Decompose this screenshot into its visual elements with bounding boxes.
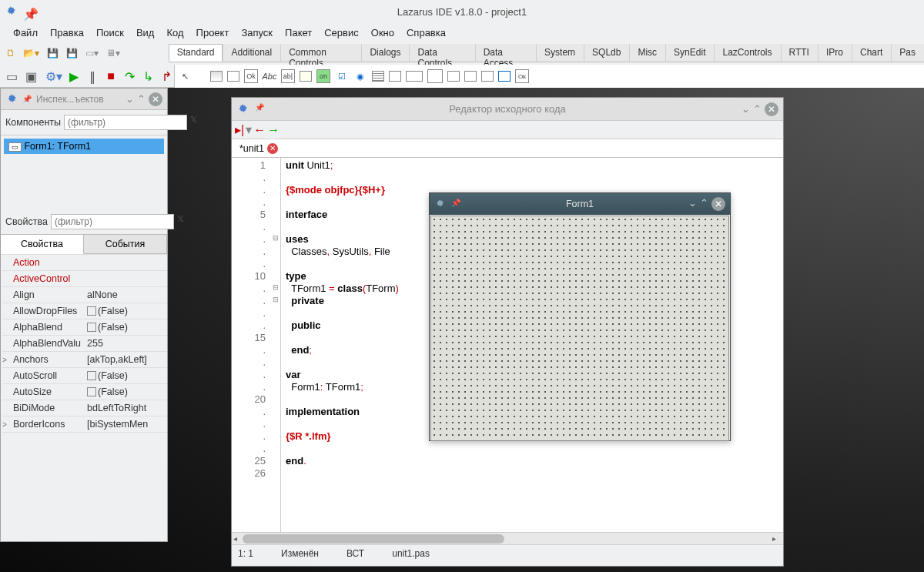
palette-tab-lazcontrols[interactable]: LazControls: [714, 44, 780, 62]
jump-button[interactable]: ▸|: [235, 122, 244, 137]
property-row[interactable]: AutoScroll(False): [2, 368, 167, 384]
tgroupbox[interactable]: [427, 69, 443, 83]
gear-button[interactable]: ⚙▾: [42, 68, 63, 85]
editor-tab-unit1[interactable]: *unit1 ✕: [235, 141, 283, 156]
menu-Окно[interactable]: Окно: [366, 25, 400, 40]
fold-column[interactable]: ⊟⊟⊟: [270, 158, 281, 532]
collapse-button[interactable]: ⌄: [688, 197, 697, 211]
property-row[interactable]: BiDiModebdLeftToRight: [2, 400, 167, 416]
menu-Проект[interactable]: Проект: [191, 25, 235, 40]
new-form-button[interactable]: ▭▾: [82, 46, 102, 60]
run-button[interactable]: ▶: [66, 68, 82, 85]
property-row[interactable]: Action: [2, 255, 167, 271]
form-designer-window[interactable]: 📌 Form1 ⌄ ⌃ ✕: [429, 192, 731, 441]
palette-tab-dialogs[interactable]: Dialogs: [361, 44, 409, 62]
tradiogroup[interactable]: [447, 71, 460, 82]
filter-clear-button[interactable]: 𝕏: [190, 115, 197, 130]
property-row[interactable]: AutoSize(False): [2, 384, 167, 400]
horizontal-scrollbar[interactable]: ◂ ▸: [232, 532, 783, 544]
save-button[interactable]: 💾: [44, 46, 62, 60]
tactionlist[interactable]: Ok: [515, 69, 529, 83]
palette-tab-sqldb[interactable]: SQLdb: [584, 44, 629, 62]
tcombobox[interactable]: [389, 71, 401, 82]
properties-filter[interactable]: [51, 214, 174, 229]
form-canvas[interactable]: [430, 216, 729, 441]
palette-tab-data-controls[interactable]: Data Controls: [409, 44, 474, 62]
property-row[interactable]: AlphaBlendValu255: [2, 336, 167, 352]
filter-clear-button-2[interactable]: 𝕏: [177, 214, 184, 229]
close-button[interactable]: ✕: [711, 197, 725, 211]
property-row[interactable]: ActiveControl: [2, 271, 167, 287]
ttogglebox[interactable]: on: [316, 69, 330, 83]
stop-button[interactable]: ■: [103, 68, 119, 85]
prop-tab-События[interactable]: События: [84, 234, 167, 254]
pin-icon[interactable]: 📌: [23, 7, 32, 16]
tpopupmenu[interactable]: [227, 71, 239, 82]
forward-button[interactable]: →: [267, 123, 280, 137]
components-filter[interactable]: [64, 115, 187, 130]
palette-tab-rtti[interactable]: RTTI: [781, 44, 818, 62]
open-button[interactable]: 📂▾: [20, 46, 42, 60]
tab-close-button[interactable]: ✕: [267, 143, 278, 154]
form-titlebar[interactable]: 📌 Form1 ⌄ ⌃ ✕: [430, 193, 730, 215]
component-tree[interactable]: ▭ Form1: TForm1: [1, 135, 167, 209]
view-units-button[interactable]: ▭: [3, 68, 19, 85]
save-all-button[interactable]: 💾: [63, 46, 81, 60]
expand-button[interactable]: ⌃: [137, 93, 146, 105]
tlabel[interactable]: Abc: [263, 69, 276, 83]
dropdown-button[interactable]: ▾: [246, 122, 252, 137]
menu-Сервис[interactable]: Сервис: [319, 25, 364, 40]
palette-tab-data-access[interactable]: Data Access: [475, 44, 536, 62]
palette-tab-system[interactable]: System: [536, 44, 584, 62]
pin-icon[interactable]: 📌: [255, 103, 264, 115]
expand-button[interactable]: ⌃: [753, 103, 762, 115]
palette-tab-chart[interactable]: Chart: [852, 44, 891, 62]
menu-Код[interactable]: Код: [161, 25, 189, 40]
palette-tab-additional[interactable]: Additional: [223, 44, 280, 62]
tmainmenu[interactable]: [210, 71, 223, 82]
pause-button[interactable]: ‖: [85, 68, 100, 85]
tradiobutton[interactable]: ◉: [353, 69, 367, 83]
property-row[interactable]: AlignalNone: [2, 287, 167, 303]
property-row[interactable]: >BorderIcons[biSystemMen: [2, 416, 167, 433]
pin-icon[interactable]: 📌: [22, 95, 32, 103]
menu-Пакет[interactable]: Пакет: [280, 25, 317, 40]
prop-tab-Свойства[interactable]: Свойства: [1, 234, 84, 254]
tlistbox[interactable]: [372, 71, 384, 82]
property-row[interactable]: AllowDropFiles(False): [2, 303, 167, 319]
palette-tab-misc[interactable]: Misc: [629, 44, 665, 62]
palette-tab-common-controls[interactable]: Common Controls: [280, 44, 361, 62]
cursor-tool[interactable]: ↖: [178, 69, 192, 83]
tcheckgroup[interactable]: [464, 71, 477, 82]
collapse-button[interactable]: ⌄: [742, 103, 750, 115]
menu-Вид[interactable]: Вид: [131, 25, 160, 40]
back-button[interactable]: ←: [253, 123, 266, 137]
menu-Справка[interactable]: Справка: [401, 25, 451, 40]
scroll-thumb[interactable]: [243, 534, 504, 544]
step-over-button[interactable]: ↷: [122, 68, 137, 85]
view-forms-button[interactable]: ▣: [22, 68, 38, 85]
step-into-button[interactable]: ↳: [140, 68, 156, 85]
property-row[interactable]: >Anchors[akTop,akLeft]: [2, 352, 167, 368]
tcheckbox[interactable]: ☑: [335, 69, 349, 83]
property-grid[interactable]: ActionActiveControlAlignalNoneAllowDropF…: [1, 254, 167, 480]
tree-node-form1[interactable]: ▭ Form1: TForm1: [4, 139, 164, 154]
menu-Файл[interactable]: Файл: [8, 25, 43, 40]
tedit[interactable]: ab|: [281, 69, 295, 83]
pin-icon[interactable]: 📌: [451, 199, 460, 209]
palette-tab-synedit[interactable]: SynEdit: [665, 44, 714, 62]
palette-tab-standard[interactable]: Standard: [169, 44, 223, 62]
property-row[interactable]: AlphaBlend(False): [2, 319, 167, 336]
menu-Правка[interactable]: Правка: [45, 25, 89, 40]
scroll-right-arrow[interactable]: ▸: [772, 534, 782, 544]
scroll-left-arrow[interactable]: ◂: [233, 534, 243, 544]
menu-Поиск[interactable]: Поиск: [91, 25, 129, 40]
palette-tab-pas[interactable]: Pas: [891, 44, 924, 62]
menu-Запуск[interactable]: Запуск: [236, 25, 278, 40]
close-button[interactable]: ✕: [149, 92, 162, 106]
expand-button[interactable]: ⌃: [700, 197, 708, 211]
new-file-button[interactable]: 🗋: [3, 46, 18, 60]
collapse-button[interactable]: ⌄: [126, 93, 134, 105]
tpanel[interactable]: [481, 71, 494, 82]
toggle-form-button[interactable]: 🖥▾: [103, 46, 123, 60]
